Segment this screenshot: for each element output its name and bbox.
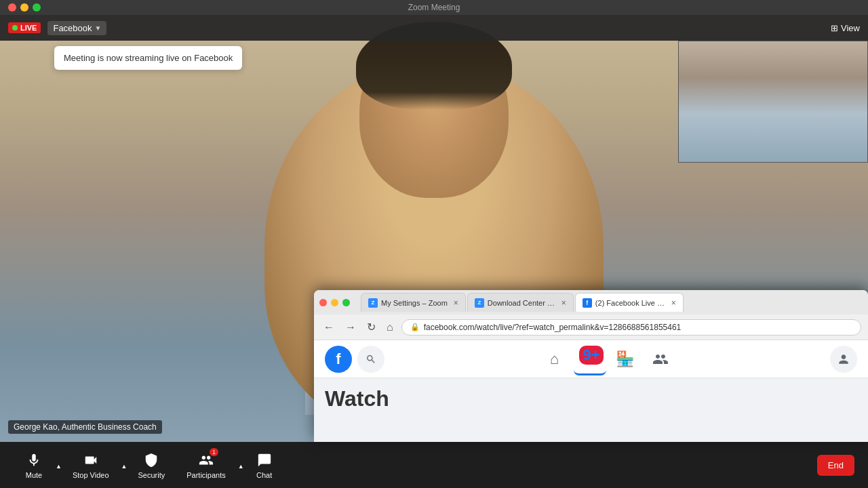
facebook-avatar[interactable]: [830, 346, 857, 373]
pip-person-video: [679, 41, 867, 162]
security-button[interactable]: Security: [127, 451, 176, 479]
stop-video-button[interactable]: Stop Video: [62, 451, 120, 479]
notification-tooltip: Meeting is now streaming live on Faceboo…: [54, 46, 242, 70]
dropdown-arrow-icon: ▼: [95, 24, 102, 32]
chat-icon: [255, 451, 274, 470]
facebook-home-nav[interactable]: ⌂: [538, 343, 571, 375]
zoom-favicon-2: Z: [475, 298, 484, 308]
minimize-button[interactable]: [20, 3, 28, 12]
zoom-top-bar: LIVE Facebook ▼ ⊞ View: [0, 15, 868, 41]
facebook-content: Watch: [314, 378, 868, 442]
participants-dropdown-arrow[interactable]: ▲: [238, 463, 244, 470]
zoom-toolbar: Mute ▲ Stop Video ▲ Security: [0, 442, 868, 488]
tab3-title: (2) Facebook Live | Facebook: [595, 299, 665, 307]
fb-favicon: f: [583, 298, 592, 308]
lock-icon: 🔒: [410, 323, 420, 331]
browser-close-button[interactable]: [319, 299, 327, 306]
browser-maximize-button[interactable]: [342, 299, 350, 306]
refresh-button[interactable]: ↻: [364, 319, 378, 335]
back-button[interactable]: ←: [321, 320, 337, 335]
camera-icon: [81, 451, 100, 470]
live-label: LIVE: [20, 24, 37, 32]
video-control[interactable]: Stop Video ▲: [62, 451, 127, 479]
browser-content: f ⌂ 9+: [314, 340, 868, 442]
facebook-groups-nav[interactable]: [644, 343, 677, 375]
close-button[interactable]: [8, 3, 16, 12]
mic-icon: [24, 451, 43, 470]
browser-window: Z My Settings – Zoom × Z Download Center…: [314, 290, 868, 442]
participants-control[interactable]: 1 Participants ▲: [176, 451, 243, 479]
window-controls[interactable]: [8, 3, 41, 12]
participants-label: Participants: [186, 471, 225, 479]
participants-icon: 1: [197, 451, 216, 470]
browser-tab-settings[interactable]: Z My Settings – Zoom ×: [361, 293, 466, 312]
security-label: Security: [138, 471, 165, 479]
live-badge: LIVE: [8, 22, 41, 33]
live-indicator: [12, 25, 18, 30]
mute-dropdown-arrow[interactable]: ▲: [56, 463, 62, 470]
video-dropdown-arrow[interactable]: ▲: [121, 463, 127, 470]
title-bar: Zoom Meeting: [0, 0, 868, 15]
browser-addressbar: ← → ↻ ⌂ 🔒 facebook.com/watch/live/?ref=w…: [314, 314, 868, 340]
browser-tabs: Z My Settings – Zoom × Z Download Center…: [361, 293, 863, 312]
watch-badge: 9+: [579, 346, 603, 365]
zoom-favicon-1: Z: [368, 298, 378, 308]
url-text: facebook.com/watch/live/?ref=watch_perma…: [424, 323, 682, 332]
facebook-nav-center: ⌂ 9+ 🏪: [538, 343, 677, 375]
home-button[interactable]: ⌂: [384, 320, 396, 335]
browser-tab-download[interactable]: Z Download Center – Zoom ×: [467, 293, 574, 312]
end-label: End: [828, 460, 844, 470]
browser-titlebar: Z My Settings – Zoom × Z Download Center…: [314, 290, 868, 314]
view-button[interactable]: ⊞ View: [831, 23, 860, 33]
pip-video: [678, 41, 868, 163]
participants-count: 1: [210, 448, 218, 456]
speaker-name-tag: George Kao, Authentic Business Coach: [8, 420, 162, 434]
end-button[interactable]: End: [817, 455, 854, 476]
stop-video-label: Stop Video: [73, 471, 109, 479]
facebook-navbar: f ⌂ 9+: [314, 340, 868, 378]
maximize-button[interactable]: [33, 3, 41, 12]
address-bar[interactable]: 🔒 facebook.com/watch/live/?ref=watch_per…: [401, 319, 861, 336]
chat-button[interactable]: Chat: [244, 451, 285, 479]
security-icon: [142, 451, 161, 470]
speaker-name: George Kao, Authentic Business Coach: [14, 422, 157, 432]
facebook-f-icon: f: [336, 350, 340, 368]
tab2-title: Download Center – Zoom: [488, 299, 555, 307]
facebook-dropdown[interactable]: Facebook ▼: [47, 21, 106, 35]
browser-minimize-button[interactable]: [331, 299, 338, 306]
mute-label: Mute: [26, 471, 42, 479]
mute-button[interactable]: Mute: [14, 451, 54, 479]
watch-heading: Watch: [325, 386, 389, 411]
participants-button[interactable]: 1 Participants: [176, 451, 236, 479]
grid-icon: ⊞: [831, 23, 838, 33]
window-title: Zoom Meeting: [408, 3, 460, 12]
facebook-logo[interactable]: f: [325, 346, 352, 373]
tab3-close[interactable]: ×: [671, 298, 676, 308]
home-icon: ⌂: [550, 350, 559, 368]
mute-control[interactable]: Mute ▲: [14, 451, 62, 479]
tab1-title: My Settings – Zoom: [381, 299, 448, 307]
browser-tab-facebook-live[interactable]: f (2) Facebook Live | Facebook ×: [575, 293, 684, 312]
shop-icon: 🏪: [616, 350, 634, 368]
facebook-search-button[interactable]: [357, 346, 384, 373]
facebook-watch-nav[interactable]: 9+: [574, 343, 606, 375]
tab2-close[interactable]: ×: [561, 298, 566, 308]
view-label: View: [841, 23, 860, 33]
facebook-nav-right: [830, 346, 857, 373]
facebook-marketplace-nav[interactable]: 🏪: [609, 343, 642, 375]
tab1-close[interactable]: ×: [454, 298, 458, 308]
facebook-label: Facebook: [53, 23, 92, 33]
notification-message: Meeting is now streaming live on Faceboo…: [64, 53, 233, 63]
chat-label: Chat: [256, 471, 272, 479]
forward-button[interactable]: →: [342, 320, 359, 335]
